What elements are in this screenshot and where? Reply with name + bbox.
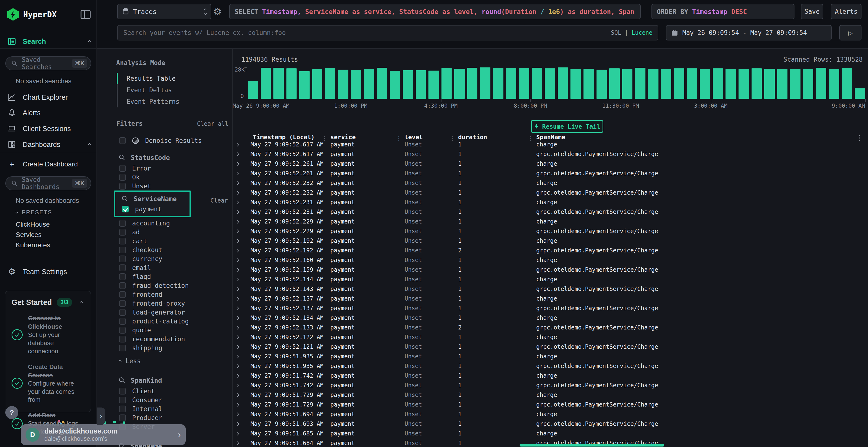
row-expand-chevron[interactable] xyxy=(233,294,243,304)
run-query-button[interactable]: ▷ xyxy=(839,25,862,40)
get-started-item[interactable]: Connect to ClickHouseSet up your databas… xyxy=(11,314,84,355)
histogram-bar[interactable] xyxy=(751,68,762,99)
row-expand-chevron[interactable] xyxy=(233,236,243,246)
table-row[interactable]: May 27 9:09:52.192 AMpaymentUnset2grpc.o… xyxy=(233,246,868,255)
table-row[interactable]: May 27 9:09:52.122 AMpaymentUnset1charge xyxy=(233,332,868,342)
histogram-bar[interactable] xyxy=(713,68,723,99)
filter-option-fraud-detection[interactable]: fraud-detection xyxy=(119,281,232,290)
filter-option-ok[interactable]: Ok xyxy=(119,173,232,182)
row-expand-chevron[interactable] xyxy=(233,255,243,265)
table-row[interactable]: May 27 9:09:52.160 AMpaymentUnset1charge xyxy=(233,255,868,265)
histogram-bar[interactable] xyxy=(622,69,633,99)
histogram-bar[interactable] xyxy=(351,70,362,99)
event-search-bar[interactable]: SQL | Lucene xyxy=(117,25,658,40)
histogram-bar[interactable] xyxy=(364,69,374,99)
checkbox[interactable] xyxy=(119,318,126,325)
table-row[interactable]: May 27 9:09:51.729 AMpaymentUnset1grpc.o… xyxy=(233,400,868,409)
filter-option-shipping[interactable]: shipping xyxy=(119,343,232,352)
table-row[interactable]: May 27 9:09:52.231 AMpaymentUnset1grpc.o… xyxy=(233,207,868,217)
histogram-bar[interactable] xyxy=(429,71,439,99)
histogram-bar[interactable] xyxy=(842,68,852,99)
histogram-bar[interactable] xyxy=(570,69,581,99)
checkbox[interactable] xyxy=(119,397,126,403)
histogram-bar[interactable] xyxy=(777,69,788,99)
table-row[interactable]: May 27 9:09:51.742 AMpaymentUnset1grpc.o… xyxy=(233,381,868,390)
saved-dashboards-input[interactable]: Saved Dashboards ⌘K xyxy=(5,176,91,190)
checkbox[interactable] xyxy=(119,414,126,421)
checkbox[interactable] xyxy=(119,220,126,227)
row-expand-chevron[interactable] xyxy=(233,159,243,169)
analysis-mode-event-deltas[interactable]: Event Deltas xyxy=(117,84,232,96)
checkbox[interactable] xyxy=(119,309,126,316)
histogram-bar[interactable] xyxy=(454,69,465,99)
row-expand-chevron[interactable] xyxy=(233,227,243,236)
sidebar-item-team-settings[interactable]: ⚙ Team Settings xyxy=(7,265,91,278)
row-expand-chevron[interactable] xyxy=(233,284,243,294)
sidebar-item-chart-explorer[interactable]: Chart Explorer xyxy=(7,91,91,104)
table-row[interactable]: May 27 9:09:52.232 AMpaymentUnset1grpc.o… xyxy=(233,188,868,198)
row-expand-chevron[interactable] xyxy=(233,438,243,447)
table-row[interactable]: May 27 9:09:51.935 AMpaymentUnset1charge xyxy=(233,352,868,361)
sql-orderby-editor[interactable]: ORDER BY Timestamp DESC xyxy=(651,4,795,19)
row-expand-chevron[interactable] xyxy=(233,409,243,419)
create-dashboard-button[interactable]: + Create Dashboard xyxy=(7,158,91,171)
horizontal-scrollbar-thumb[interactable] xyxy=(520,444,664,447)
checkbox[interactable] xyxy=(119,406,126,412)
denoise-results-toggle[interactable]: Denoise Results xyxy=(119,136,232,145)
collapse-panel-icon[interactable] xyxy=(81,10,91,19)
filter-option-load-generator[interactable]: load-generator xyxy=(119,308,232,317)
sidebar-item-dashboards[interactable]: Dashboards xyxy=(7,138,91,151)
histogram-bar[interactable] xyxy=(286,68,297,99)
filter-option-accounting[interactable]: accounting xyxy=(119,219,232,228)
checkbox[interactable] xyxy=(119,336,126,342)
histogram-bar[interactable] xyxy=(700,69,710,99)
table-row[interactable]: May 27 9:09:52.121 AMpaymentUnset1grpc.o… xyxy=(233,342,868,352)
filter-option-email[interactable]: email xyxy=(119,263,232,272)
mode-sql[interactable]: SQL xyxy=(611,29,621,36)
table-row[interactable]: May 27 9:09:52.617 AMpaymentUnset1charge xyxy=(233,140,868,149)
row-expand-chevron[interactable] xyxy=(233,188,243,198)
checkbox[interactable] xyxy=(119,345,126,351)
clear-all-filters-button[interactable]: Clear all xyxy=(197,121,228,127)
table-row[interactable]: May 27 9:09:51.729 AMpaymentUnset1charge xyxy=(233,390,868,400)
checkbox[interactable] xyxy=(119,327,126,334)
histogram-bar[interactable] xyxy=(803,69,813,99)
analysis-mode-event-patterns[interactable]: Event Patterns xyxy=(117,96,232,107)
histogram-bar[interactable] xyxy=(506,68,517,99)
checkbox[interactable] xyxy=(119,388,126,394)
table-row[interactable]: May 27 9:09:51.685 AMpaymentUnset1charge xyxy=(233,429,868,438)
row-expand-chevron[interactable] xyxy=(233,313,243,323)
histogram-bar[interactable] xyxy=(480,67,490,99)
histogram-bar[interactable] xyxy=(312,69,322,99)
filter-option-currency[interactable]: currency xyxy=(119,254,232,263)
table-row[interactable]: May 27 9:09:51.693 AMpaymentUnset1grpc.o… xyxy=(233,419,868,429)
filter-option-client[interactable]: Client xyxy=(119,386,232,396)
row-expand-chevron[interactable] xyxy=(233,400,243,409)
saved-searches-input[interactable]: Saved Searches ⌘K xyxy=(5,56,91,70)
histogram-bar[interactable] xyxy=(467,68,478,99)
search-input[interactable] xyxy=(123,29,607,37)
histogram-bar[interactable] xyxy=(764,69,775,99)
histogram-bar[interactable] xyxy=(596,70,607,99)
filter-option-consumer[interactable]: Consumer xyxy=(119,396,232,404)
table-row[interactable]: May 27 9:09:51.935 AMpaymentUnset1grpc.o… xyxy=(233,361,868,371)
histogram-bar[interactable] xyxy=(325,68,335,99)
checkbox[interactable] xyxy=(119,247,126,253)
histogram-bar[interactable] xyxy=(416,70,426,99)
filter-option-ad[interactable]: ad xyxy=(119,228,232,237)
histogram-bar[interactable] xyxy=(441,68,452,99)
preset-services[interactable]: Services xyxy=(16,230,50,240)
user-menu[interactable]: D dale@clickhouse.com dale@clickhouse.co… xyxy=(21,424,186,445)
row-expand-chevron[interactable] xyxy=(233,198,243,207)
histogram-bar[interactable] xyxy=(299,71,310,99)
histogram-bar[interactable] xyxy=(739,69,749,99)
row-expand-chevron[interactable] xyxy=(233,419,243,429)
table-row[interactable]: May 27 9:09:51.742 AMpaymentUnset1charge xyxy=(233,371,868,381)
source-settings-gear-icon[interactable]: ⚙ xyxy=(211,5,224,18)
checkbox[interactable] xyxy=(119,265,126,271)
save-button[interactable]: Save xyxy=(801,4,823,19)
checkbox[interactable] xyxy=(119,273,126,280)
filter-option-error[interactable]: Error xyxy=(119,164,232,173)
row-expand-chevron[interactable] xyxy=(233,371,243,381)
table-row[interactable]: May 27 9:09:52.137 AMpaymentUnset1charge xyxy=(233,294,868,304)
